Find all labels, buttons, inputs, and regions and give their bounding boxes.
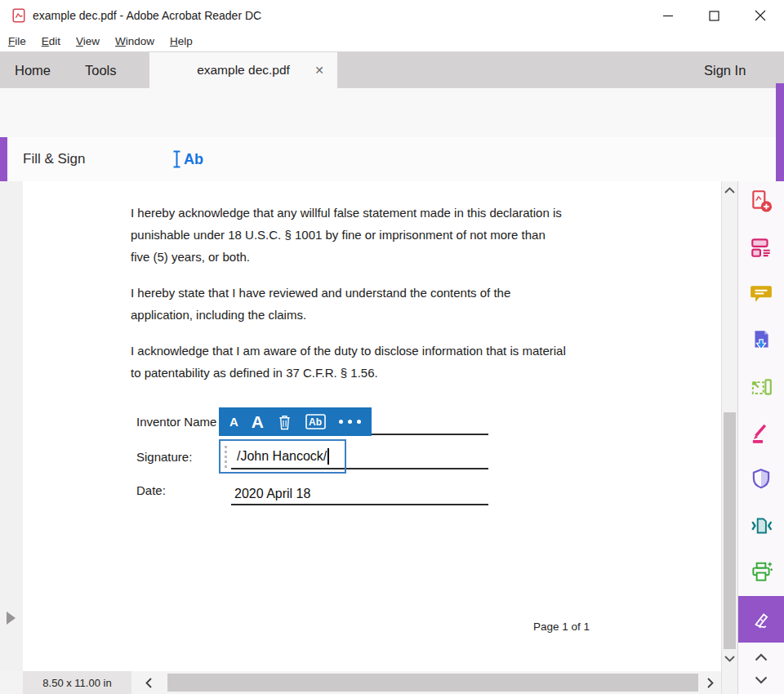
organize-pages-icon	[749, 375, 773, 399]
window-title: example dec.pdf - Adobe Acrobat Reader D…	[33, 0, 261, 31]
paragraph-line: I acknowledge that I am aware of the dut…	[131, 340, 604, 362]
bottom-status-bar: 8.50 x 11.00 in	[0, 671, 721, 694]
compress-pdf-icon	[749, 514, 773, 538]
vertical-scrollbar[interactable]	[721, 181, 737, 694]
trash-icon[interactable]	[277, 414, 292, 430]
menu-file[interactable]: File	[8, 35, 26, 47]
text-cursor-icon	[172, 150, 181, 168]
tool-create-pdf[interactable]	[745, 185, 777, 217]
close-icon	[755, 10, 766, 21]
inventor-name-label: Inventor Name	[136, 415, 216, 429]
tab-bar: Home Tools example dec.pdf ✕ ? Sign In	[0, 52, 784, 88]
paragraph-line: to patentability as defined in 37 C.F.R.…	[131, 362, 604, 384]
tool-fill-and-sign-active[interactable]	[738, 596, 784, 643]
combine-files-icon	[749, 235, 773, 260]
tab-home[interactable]: Home	[15, 52, 51, 88]
field-floating-toolbar: A A Ab	[219, 407, 372, 436]
chevron-right-icon	[707, 678, 714, 688]
text-cursor	[327, 448, 329, 465]
scroll-left-button[interactable]	[139, 671, 158, 694]
fill-sign-accent-strip	[0, 137, 7, 181]
tool-export-pdf[interactable]	[745, 324, 777, 357]
pen-highlight-icon	[749, 420, 773, 445]
acrobat-window: example dec.pdf - Adobe Acrobat Reader D…	[0, 0, 784, 694]
menu-view[interactable]: View	[76, 35, 100, 47]
paragraph-line: punishable under 18 U.S.C. § 1001 by fin…	[131, 224, 604, 246]
fill-sign-title: Fill & Sign	[23, 137, 86, 181]
minimize-icon	[662, 10, 674, 21]
increase-text-size-button[interactable]: A	[252, 412, 264, 432]
scroll-up-button[interactable]	[722, 184, 737, 197]
tab-document-label: example dec.pdf	[197, 63, 290, 78]
tool-combine-files[interactable]	[745, 231, 777, 264]
tool-print-production[interactable]	[745, 556, 777, 589]
menu-window[interactable]: Window	[115, 35, 154, 47]
tool-organize-pages[interactable]	[745, 371, 777, 403]
fill-sign-toolbar: Fill & Sign Ab Sign Next	[0, 137, 784, 182]
menu-help[interactable]: Help	[170, 35, 193, 47]
paragraph-line: five (5) years, or both.	[131, 246, 604, 268]
left-pane-strip	[0, 181, 23, 671]
main-toolbar: 1 / 1 75% Share	[0, 88, 784, 138]
chevron-down-icon	[755, 676, 768, 684]
sidebar-scroll-up-button[interactable]	[750, 648, 773, 666]
chevron-up-icon	[724, 187, 735, 194]
create-pdf-icon	[749, 189, 773, 213]
page-size-status: 8.50 x 11.00 in	[23, 671, 131, 694]
right-accent-strip	[776, 83, 784, 181]
chevron-left-icon	[145, 678, 152, 688]
paragraph-line: I hereby acknowledge that any willful fa…	[131, 202, 604, 224]
tab-close-icon[interactable]: ✕	[314, 52, 324, 88]
close-window-button[interactable]	[737, 0, 784, 31]
paragraph-line: I hereby state that I have reviewed and …	[131, 282, 604, 304]
pdf-file-icon	[11, 8, 26, 23]
tools-sidebar	[737, 181, 784, 694]
signature-value: /John Hancock/	[237, 449, 327, 464]
date-label: Date:	[136, 483, 166, 497]
tab-document[interactable]: example dec.pdf ✕	[149, 52, 337, 88]
chevron-down-icon	[724, 656, 735, 662]
tool-edit-pdf[interactable]	[745, 416, 777, 449]
horizontal-scroll-thumb[interactable]	[167, 674, 698, 692]
export-pdf-icon	[749, 328, 773, 353]
sidebar-scroll-down-button[interactable]	[750, 671, 773, 689]
maximize-icon	[709, 11, 719, 21]
chevron-up-icon	[755, 653, 768, 661]
printer-sparkle-icon	[749, 560, 773, 585]
expand-pane-handle[interactable]	[7, 612, 16, 625]
svg-text:Ab: Ab	[309, 416, 322, 428]
add-text-tool[interactable]: Ab	[172, 137, 203, 181]
decrease-text-size-button[interactable]: A	[229, 415, 238, 429]
title-bar: example dec.pdf - Adobe Acrobat Reader D…	[0, 0, 784, 31]
tool-comment[interactable]	[745, 278, 777, 310]
maximize-button[interactable]	[691, 0, 737, 31]
paragraph-line: application, including the claims.	[131, 304, 604, 326]
menu-bar: File Edit View Window Help	[0, 31, 784, 52]
minimize-button[interactable]	[645, 0, 691, 31]
menu-edit[interactable]: Edit	[42, 35, 60, 47]
date-value[interactable]: 2020 April 18	[234, 487, 310, 501]
page-footer: Page 1 of 1	[533, 621, 590, 633]
tab-tools[interactable]: Tools	[85, 52, 117, 88]
scroll-down-button[interactable]	[722, 652, 737, 665]
signature-text-field[interactable]: /John Hancock/	[219, 439, 346, 474]
tool-protect[interactable]	[745, 463, 777, 496]
text-field-type-icon[interactable]: Ab	[305, 414, 326, 429]
comment-icon	[749, 282, 773, 306]
scroll-right-button[interactable]	[701, 671, 720, 694]
date-line	[231, 504, 488, 505]
vertical-scroll-thumb[interactable]	[724, 412, 736, 649]
shield-icon	[749, 467, 773, 492]
tool-compress-pdf[interactable]	[745, 509, 777, 542]
field-more-options-button[interactable]	[339, 420, 361, 424]
fill-sign-pen-icon	[749, 607, 775, 633]
sign-in-button[interactable]: Sign In	[704, 52, 746, 88]
signature-label: Signature:	[136, 450, 192, 464]
field-drag-handle[interactable]	[225, 446, 227, 468]
document-text: I hereby acknowledge that any willful fa…	[131, 202, 604, 384]
